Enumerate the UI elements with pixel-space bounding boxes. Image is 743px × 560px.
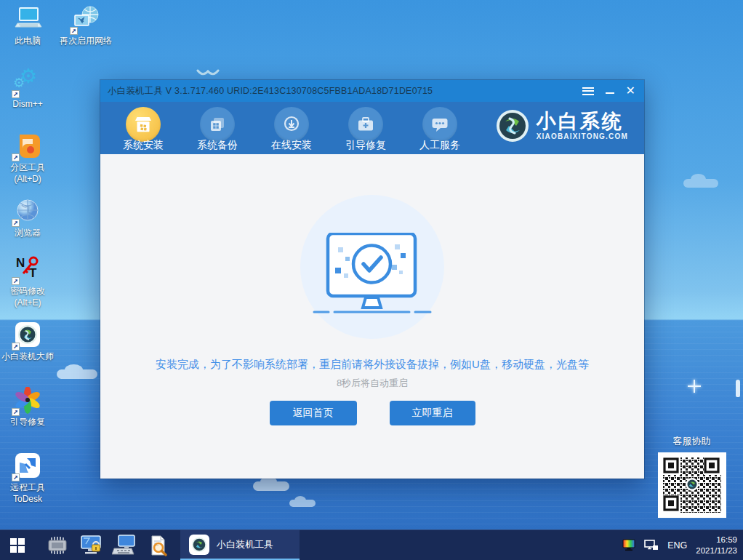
install-box-icon [126, 107, 161, 142]
nav-item-boot-repair[interactable]: 引导修复 [329, 102, 403, 154]
nav-item-human-service[interactable]: 人工服务 [403, 102, 477, 154]
desktop-icon-label: 引导修复 [0, 417, 55, 428]
taskbar-app-cmd[interactable] [74, 530, 108, 560]
taskbar-clock[interactable]: 16:59 2021/11/23 [696, 535, 737, 556]
desktop-wallpaper: 此电脑 ➚ 再次启用网络 ⚙ ⚙ ➚ Dism++ [0, 0, 743, 560]
xiaobai-tool-window: 小白装机工具 V 3.1.717.460 URID:2E413C130708C5… [100, 80, 644, 479]
install-complete-message: 安装完成，为了不影响系统部署，重启前请将外接设备拔掉，例如U盘，移动硬盘，光盘等 [100, 358, 644, 372]
taskbar-active-app[interactable]: 小白装机工具 [180, 530, 300, 560]
sailboat [736, 380, 740, 397]
monitor-lock-icon [79, 535, 103, 556]
dism-gears-icon: ⚙ ⚙ ➚ [13, 69, 42, 97]
seagull-icon [196, 68, 220, 78]
desktop-icon-todesk[interactable]: ➚ 远程工具 ToDesk [0, 452, 55, 505]
back-home-button[interactable]: 返回首页 [270, 401, 357, 425]
taskbar: 小白装机工具 ENG 16:59 2021/11/23 [0, 529, 743, 560]
shortcut-arrow-icon: ➚ [12, 153, 20, 161]
logo-title: 小白系统 [537, 111, 628, 132]
window-navbar: 系统安装 系统备份 [100, 102, 644, 154]
cloud [683, 179, 718, 188]
desktop-icon-label: 小白装机大师 [0, 351, 55, 363]
taskbar-app-chip[interactable] [41, 530, 74, 560]
menu-icon[interactable] [582, 87, 594, 95]
close-icon[interactable]: ✕ [626, 85, 635, 97]
nav-item-label: 系统备份 [180, 139, 254, 152]
cloud [57, 369, 97, 379]
windows-logo-icon [10, 538, 25, 553]
auto-restart-countdown: 8秒后将自动重启 [100, 377, 644, 390]
desktop-icon-boot-repair[interactable]: ➚ 引导修复 [0, 387, 55, 428]
start-button[interactable] [0, 530, 35, 560]
restart-now-button[interactable]: 立即重启 [390, 401, 475, 425]
shortcut-arrow-icon: ➚ [12, 408, 20, 416]
taskbar-app-label: 小白装机工具 [217, 538, 273, 551]
boot-repair-icon [348, 107, 383, 142]
todesk-icon: ➚ [13, 452, 42, 480]
cloud [289, 500, 316, 507]
desktop-icon-label: 再次启用网络 [55, 36, 116, 47]
desktop-icon-partition-tool[interactable]: ➚ 分区工具 (Alt+D) [0, 132, 55, 185]
cloud [253, 481, 289, 491]
nav-item-label: 系统安装 [106, 139, 180, 152]
taskbar-app-search[interactable] [141, 530, 174, 560]
shortcut-arrow-icon: ➚ [12, 473, 20, 481]
support-chat-icon [422, 107, 457, 142]
minimize-icon[interactable] [606, 92, 614, 94]
shortcut-arrow-icon: ➚ [12, 219, 20, 227]
xiaobai-master-icon: ➚ [13, 321, 42, 349]
cpu-chip-icon [45, 535, 70, 556]
customer-service-panel: 客服协助 [656, 435, 727, 518]
nav-item-online-install[interactable]: 在线安装 [254, 102, 329, 154]
install-complete-illustration [296, 195, 449, 348]
desktop-icon-xiaobai-master[interactable]: ➚ 小白装机大师 [0, 321, 55, 363]
logo-subtitle: XIAOBAIXITONG.COM [537, 132, 628, 140]
nav-item-label: 在线安装 [254, 139, 329, 152]
shortcut-arrow-icon: ➚ [12, 90, 20, 98]
nav-item-label: 引导修复 [329, 139, 403, 152]
keyboard-monitor-icon [112, 535, 137, 556]
customer-service-label: 客服协助 [656, 435, 727, 448]
xiaobai-logo: 小白系统 XIAOBAIXITONG.COM [495, 108, 628, 143]
desktop-icon-dism[interactable]: ⚙ ⚙ ➚ Dism++ [0, 69, 55, 111]
shortcut-arrow-icon: ➚ [12, 343, 20, 351]
shortcut-arrow-icon: ➚ [12, 277, 20, 285]
window-titlebar[interactable]: 小白装机工具 V 3.1.717.460 URID:2E413C130708C5… [100, 80, 644, 102]
nav-item-system-install[interactable]: 系统安装 [106, 102, 180, 154]
display-color-icon[interactable] [622, 539, 635, 551]
shortcut-arrow-icon: ➚ [70, 27, 78, 35]
partition-tool-icon: ➚ [13, 132, 42, 160]
desktop-icon-label: 分区工具 (Alt+D) [0, 162, 55, 185]
desktop-icon-label: 此电脑 [0, 36, 55, 47]
xiaobai-logo-icon [495, 108, 530, 143]
clock-date: 2021/11/23 [696, 545, 737, 556]
window-content: 安装完成，为了不影响系统部署，重启前请将外接设备拔掉，例如U盘，移动硬盘，光盘等… [100, 154, 644, 479]
monitor-check-icon [310, 233, 434, 320]
nav-item-system-backup[interactable]: 系统备份 [180, 102, 254, 154]
this-pc-icon [13, 6, 42, 33]
password-nt-key-icon: N T ➚ [13, 256, 42, 284]
language-indicator[interactable]: ENG [667, 540, 687, 551]
desktop-icon-label: Dism++ [0, 99, 55, 111]
search-document-icon [147, 535, 169, 556]
xiaobai-app-icon [189, 535, 209, 555]
browser-globe-icon: ➚ [13, 198, 42, 225]
desktop-icon-label: 浏览器 [0, 228, 55, 239]
taskbar-app-osk[interactable] [108, 530, 141, 560]
qr-code [658, 452, 726, 518]
desktop-icon-password-modify[interactable]: N T ➚ 密码修改 (Alt+E) [0, 256, 55, 308]
desktop-icon-this-pc[interactable]: 此电脑 [0, 6, 55, 47]
clock-time: 16:59 [696, 535, 737, 545]
window-title: 小白装机工具 V 3.1.717.460 URID:2E413C130708C5… [108, 85, 433, 97]
desktop-icon-label: 密码修改 (Alt+E) [0, 286, 55, 308]
enable-network-icon: ➚ [71, 6, 100, 33]
water-sparkle [688, 380, 701, 393]
desktop-icon-label: 远程工具 ToDesk [0, 482, 55, 505]
boot-repair-pinwheel-icon: ➚ [13, 387, 42, 415]
online-install-icon [274, 107, 309, 142]
desktop-icon-browser[interactable]: ➚ 浏览器 [0, 198, 55, 239]
nav-item-label: 人工服务 [403, 139, 477, 152]
network-tray-icon[interactable] [644, 540, 659, 551]
desktop-icon-enable-network[interactable]: ➚ 再次启用网络 [55, 6, 116, 47]
backup-icon [200, 107, 235, 142]
